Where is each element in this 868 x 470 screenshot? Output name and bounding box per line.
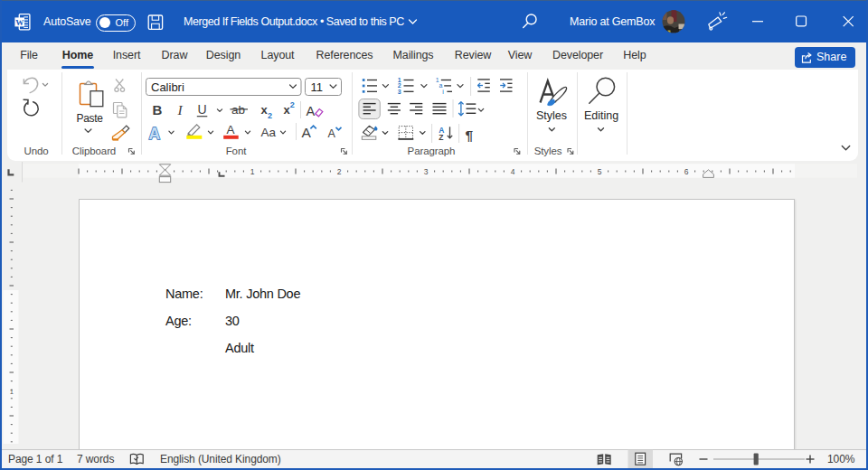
svg-text:A: A (149, 125, 161, 143)
svg-text:B: B (153, 102, 163, 118)
svg-text:U: U (198, 102, 207, 117)
svg-text:1: 1 (250, 167, 255, 176)
svg-text:A: A (302, 125, 312, 140)
svg-text:Aa: Aa (261, 126, 277, 139)
svg-text:Styles: Styles (536, 109, 567, 122)
svg-text:1: 1 (10, 388, 14, 396)
svg-text:A: A (328, 127, 336, 140)
svg-text:3: 3 (398, 89, 401, 95)
svg-text:A: A (307, 104, 316, 118)
svg-text:6: 6 (684, 167, 689, 176)
svg-text:4: 4 (511, 167, 515, 176)
svg-text:I: I (177, 102, 184, 118)
svg-text:¶: ¶ (466, 127, 474, 143)
svg-text:2: 2 (290, 100, 295, 109)
svg-text:11: 11 (311, 80, 324, 94)
svg-text:2: 2 (268, 111, 272, 120)
svg-text:A: A (227, 123, 235, 136)
svg-text:5: 5 (598, 167, 602, 176)
svg-text:Editing: Editing (584, 109, 618, 122)
svg-text:2: 2 (337, 167, 342, 176)
svg-text:3: 3 (424, 167, 429, 176)
svg-text:Z: Z (439, 133, 443, 142)
svg-text:i: i (442, 89, 444, 95)
svg-text:Calibri: Calibri (151, 80, 184, 94)
svg-text:W: W (15, 18, 24, 27)
